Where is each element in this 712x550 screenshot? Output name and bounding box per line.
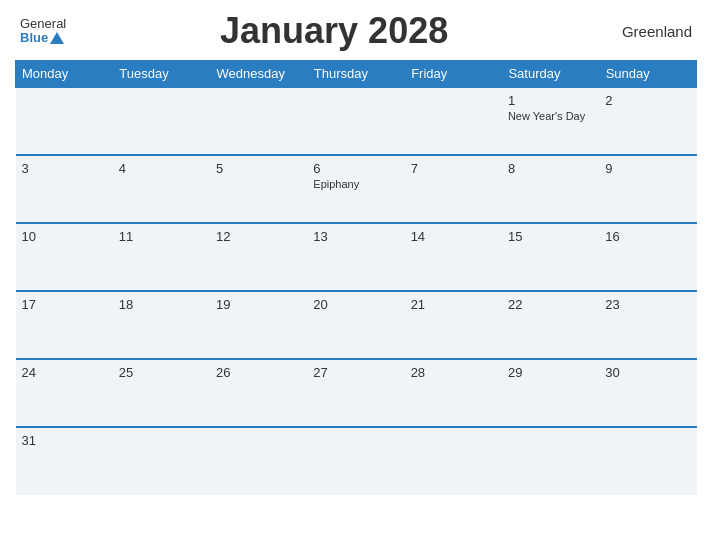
event-label: New Year's Day bbox=[508, 110, 593, 122]
calendar-cell bbox=[210, 427, 307, 495]
calendar-cell: 11 bbox=[113, 223, 210, 291]
calendar-cell bbox=[405, 87, 502, 155]
calendar-week-row: 3456Epiphany789 bbox=[16, 155, 697, 223]
calendar-week-row: 1New Year's Day2 bbox=[16, 87, 697, 155]
calendar-week-row: 31 bbox=[16, 427, 697, 495]
day-number: 14 bbox=[411, 229, 496, 244]
calendar-cell: 16 bbox=[599, 223, 696, 291]
day-number: 13 bbox=[313, 229, 398, 244]
day-number: 29 bbox=[508, 365, 593, 380]
logo: General Blue bbox=[20, 17, 66, 46]
calendar-cell: 12 bbox=[210, 223, 307, 291]
calendar-cell: 9 bbox=[599, 155, 696, 223]
calendar-cell: 5 bbox=[210, 155, 307, 223]
calendar-cell bbox=[113, 87, 210, 155]
calendar-week-row: 24252627282930 bbox=[16, 359, 697, 427]
calendar-table: MondayTuesdayWednesdayThursdayFridaySatu… bbox=[15, 60, 697, 495]
day-number: 6 bbox=[313, 161, 398, 176]
calendar-region: Greenland bbox=[602, 23, 692, 40]
day-number: 22 bbox=[508, 297, 593, 312]
calendar-cell: 22 bbox=[502, 291, 599, 359]
calendar-cell: 25 bbox=[113, 359, 210, 427]
day-number: 4 bbox=[119, 161, 204, 176]
day-number: 25 bbox=[119, 365, 204, 380]
day-number: 11 bbox=[119, 229, 204, 244]
weekday-header-friday: Friday bbox=[405, 61, 502, 88]
day-number: 16 bbox=[605, 229, 690, 244]
weekday-header-row: MondayTuesdayWednesdayThursdayFridaySatu… bbox=[16, 61, 697, 88]
logo-blue-text: Blue bbox=[20, 31, 48, 45]
day-number: 24 bbox=[22, 365, 107, 380]
day-number: 9 bbox=[605, 161, 690, 176]
weekday-header-sunday: Sunday bbox=[599, 61, 696, 88]
calendar-cell bbox=[210, 87, 307, 155]
calendar-cell: 30 bbox=[599, 359, 696, 427]
calendar-cell: 13 bbox=[307, 223, 404, 291]
weekday-header-wednesday: Wednesday bbox=[210, 61, 307, 88]
day-number: 18 bbox=[119, 297, 204, 312]
weekday-header-tuesday: Tuesday bbox=[113, 61, 210, 88]
day-number: 26 bbox=[216, 365, 301, 380]
calendar-cell: 19 bbox=[210, 291, 307, 359]
calendar-cell: 2 bbox=[599, 87, 696, 155]
day-number: 10 bbox=[22, 229, 107, 244]
calendar-cell: 18 bbox=[113, 291, 210, 359]
day-number: 15 bbox=[508, 229, 593, 244]
calendar-cell: 1New Year's Day bbox=[502, 87, 599, 155]
calendar-cell bbox=[16, 87, 113, 155]
day-number: 8 bbox=[508, 161, 593, 176]
calendar-cell: 6Epiphany bbox=[307, 155, 404, 223]
calendar-container: General Blue January 2028 Greenland Mond… bbox=[0, 0, 712, 550]
calendar-cell: 8 bbox=[502, 155, 599, 223]
calendar-cell: 29 bbox=[502, 359, 599, 427]
day-number: 7 bbox=[411, 161, 496, 176]
calendar-cell bbox=[502, 427, 599, 495]
calendar-cell bbox=[405, 427, 502, 495]
calendar-cell: 24 bbox=[16, 359, 113, 427]
calendar-title: January 2028 bbox=[66, 10, 602, 52]
calendar-cell: 27 bbox=[307, 359, 404, 427]
calendar-cell: 28 bbox=[405, 359, 502, 427]
day-number: 19 bbox=[216, 297, 301, 312]
weekday-header-saturday: Saturday bbox=[502, 61, 599, 88]
calendar-cell bbox=[113, 427, 210, 495]
day-number: 27 bbox=[313, 365, 398, 380]
calendar-cell bbox=[599, 427, 696, 495]
event-label: Epiphany bbox=[313, 178, 398, 190]
day-number: 2 bbox=[605, 93, 690, 108]
day-number: 21 bbox=[411, 297, 496, 312]
calendar-cell: 10 bbox=[16, 223, 113, 291]
weekday-header-monday: Monday bbox=[16, 61, 113, 88]
calendar-cell bbox=[307, 87, 404, 155]
day-number: 12 bbox=[216, 229, 301, 244]
day-number: 20 bbox=[313, 297, 398, 312]
calendar-cell: 21 bbox=[405, 291, 502, 359]
calendar-cell: 3 bbox=[16, 155, 113, 223]
logo-general-text: General bbox=[20, 17, 66, 31]
calendar-cell: 23 bbox=[599, 291, 696, 359]
calendar-cell: 15 bbox=[502, 223, 599, 291]
logo-triangle-icon bbox=[50, 32, 64, 44]
calendar-cell: 20 bbox=[307, 291, 404, 359]
calendar-header: General Blue January 2028 Greenland bbox=[15, 10, 697, 52]
day-number: 23 bbox=[605, 297, 690, 312]
weekday-header-thursday: Thursday bbox=[307, 61, 404, 88]
day-number: 1 bbox=[508, 93, 593, 108]
calendar-cell: 4 bbox=[113, 155, 210, 223]
day-number: 30 bbox=[605, 365, 690, 380]
calendar-cell: 14 bbox=[405, 223, 502, 291]
day-number: 31 bbox=[22, 433, 107, 448]
calendar-cell bbox=[307, 427, 404, 495]
calendar-cell: 31 bbox=[16, 427, 113, 495]
day-number: 17 bbox=[22, 297, 107, 312]
day-number: 5 bbox=[216, 161, 301, 176]
day-number: 28 bbox=[411, 365, 496, 380]
calendar-week-row: 10111213141516 bbox=[16, 223, 697, 291]
day-number: 3 bbox=[22, 161, 107, 176]
calendar-cell: 17 bbox=[16, 291, 113, 359]
calendar-cell: 7 bbox=[405, 155, 502, 223]
calendar-week-row: 17181920212223 bbox=[16, 291, 697, 359]
calendar-cell: 26 bbox=[210, 359, 307, 427]
